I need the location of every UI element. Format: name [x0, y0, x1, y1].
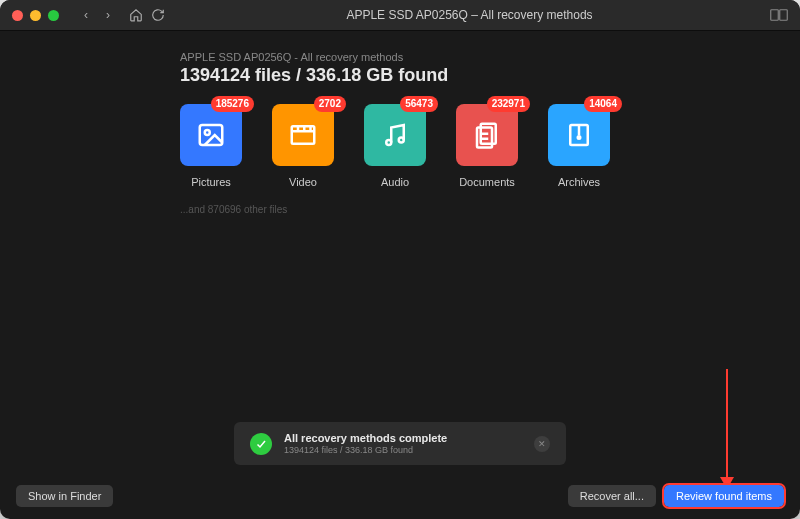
category-badge: 2702	[314, 96, 346, 112]
status-title: All recovery methods complete	[284, 432, 522, 444]
category-badge: 185276	[211, 96, 254, 112]
window-title: APPLE SSD AP0256Q – All recovery methods	[169, 8, 770, 22]
success-check-icon	[250, 433, 272, 455]
traffic-lights	[12, 10, 59, 21]
recover-all-button[interactable]: Recover all...	[568, 485, 656, 507]
category-badge: 14064	[584, 96, 622, 112]
home-icon[interactable]	[125, 5, 147, 25]
svg-rect-2	[200, 125, 223, 145]
minimize-window[interactable]	[30, 10, 41, 21]
category-cards: 185276Pictures2702Video56473Audio232971D…	[180, 104, 760, 188]
dismiss-status-button[interactable]: ✕	[534, 436, 550, 452]
video-icon	[272, 104, 334, 166]
category-archives[interactable]: 14064Archives	[548, 104, 610, 188]
found-headline: 1394124 files / 336.18 GB found	[180, 65, 760, 86]
category-badge: 232971	[487, 96, 530, 112]
titlebar: ‹ › APPLE SSD AP0256Q – All recovery met…	[0, 0, 800, 31]
status-subtitle: 1394124 files / 336.18 GB found	[284, 445, 522, 455]
breadcrumb-subtitle: APPLE SSD AP0256Q - All recovery methods	[180, 51, 760, 63]
footer: Show in Finder Recover all... Review fou…	[16, 485, 784, 507]
forward-button[interactable]: ›	[97, 5, 119, 25]
document-icon	[456, 104, 518, 166]
category-video[interactable]: 2702Video	[272, 104, 334, 188]
svg-point-17	[578, 136, 581, 139]
back-button[interactable]: ‹	[75, 5, 97, 25]
status-text: All recovery methods complete 1394124 fi…	[284, 432, 522, 455]
picture-icon	[180, 104, 242, 166]
category-pictures[interactable]: 185276Pictures	[180, 104, 242, 188]
svg-rect-0	[771, 10, 779, 21]
category-documents[interactable]: 232971Documents	[456, 104, 518, 188]
svg-rect-1	[780, 10, 788, 21]
annotation-arrow	[726, 369, 728, 479]
show-in-finder-button[interactable]: Show in Finder	[16, 485, 113, 507]
status-panel: All recovery methods complete 1394124 fi…	[234, 422, 566, 465]
main-content: APPLE SSD AP0256Q - All recovery methods…	[0, 31, 800, 215]
category-label: Audio	[364, 176, 426, 188]
category-label: Archives	[548, 176, 610, 188]
other-files-text: ...and 870696 other files	[180, 204, 760, 215]
category-audio[interactable]: 56473Audio	[364, 104, 426, 188]
svg-point-3	[205, 130, 210, 135]
audio-icon	[364, 104, 426, 166]
category-label: Pictures	[180, 176, 242, 188]
category-label: Documents	[456, 176, 518, 188]
svg-point-10	[399, 138, 404, 143]
view-mode-icon[interactable]	[770, 9, 788, 21]
category-badge: 56473	[400, 96, 438, 112]
close-window[interactable]	[12, 10, 23, 21]
svg-point-9	[386, 140, 391, 145]
category-label: Video	[272, 176, 334, 188]
app-window: ‹ › APPLE SSD AP0256Q – All recovery met…	[0, 0, 800, 519]
archive-icon	[548, 104, 610, 166]
maximize-window[interactable]	[48, 10, 59, 21]
rescan-icon[interactable]	[147, 5, 169, 25]
review-found-items-button[interactable]: Review found items	[664, 485, 784, 507]
